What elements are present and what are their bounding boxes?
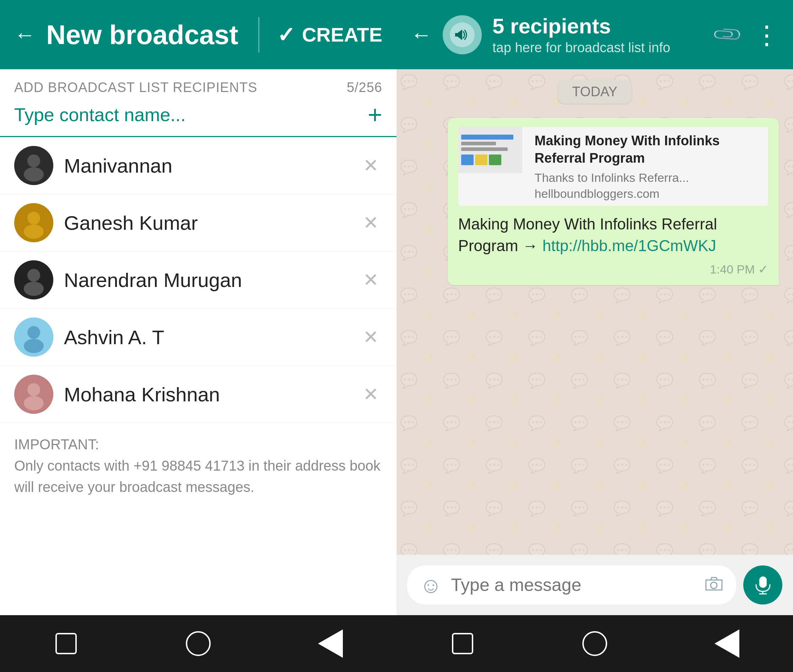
nav-back-icon[interactable] [316,629,344,658]
tap-info: tap here for broadcast list info [492,40,705,55]
input-container: ☺ [407,565,736,605]
create-button[interactable]: ✓ CREATE [277,22,382,47]
chat-back-icon[interactable]: ← [411,22,432,47]
important-label: IMPORTANT: [14,434,382,455]
preview-title: Making Money With Infolinks Referral Pro… [535,132,763,167]
emoji-icon[interactable]: ☺ [420,573,442,598]
recipients-count: 5/256 [347,80,382,95]
list-item: Narendran Murugan ✕ [0,251,396,309]
list-item: Ashvin A. T ✕ [0,309,396,366]
preview-desc: Thanks to Infolinks Referra... [535,171,763,185]
svg-point-5 [24,224,44,239]
svg-point-8 [24,282,44,296]
link-preview-card: Making Money With Infolinks Referral Pro… [458,127,768,206]
right-panel: ← 5 recipients tap here for broadcast li… [396,0,793,672]
message-check-icon: ✓ [758,262,768,276]
remove-contact-icon[interactable]: ✕ [360,151,382,180]
date-label: TODAY [558,80,631,104]
square-nav-icon-right [452,633,473,654]
nav-back-icon-right[interactable] [713,629,741,658]
nav-recent-apps-icon-right[interactable] [449,629,477,658]
message-input-bar: ☺ [396,555,793,615]
svg-rect-19 [704,576,724,592]
header-divider [258,17,260,53]
recipients-label-row: ADD BROADCAST LIST RECIPIENTS 5/256 [0,69,396,101]
left-header: ← New broadcast ✓ CREATE [0,0,396,69]
avatar [14,318,53,357]
avatar [14,260,53,299]
attachment-icon[interactable]: 📎 [711,18,744,51]
left-nav-bar [0,615,396,672]
remove-contact-icon[interactable]: ✕ [360,323,382,351]
contact-name: Manivannan [64,154,349,177]
nav-home-icon-right[interactable] [580,629,609,658]
chat-header-info[interactable]: 5 recipients tap here for broadcast list… [492,14,705,55]
message-input[interactable] [451,575,695,595]
preview-domain: hellboundbloggers.com [535,187,763,201]
svg-point-1 [27,155,40,167]
important-text: Only contacts with +91 98845 41713 in th… [14,455,382,498]
check-icon: ✓ [277,22,295,47]
preview-thumbnail [458,127,522,173]
avatar [14,203,53,242]
page-title: New broadcast [46,19,240,50]
recipients-title: 5 recipients [492,14,705,38]
list-item: Ganesh Kumar ✕ [0,194,396,251]
triangle-nav-icon [318,629,343,658]
right-header: ← 5 recipients tap here for broadcast li… [396,0,793,69]
svg-point-2 [24,167,44,181]
circle-nav-icon [186,631,211,656]
contact-name: Narendran Murugan [64,269,349,291]
triangle-nav-icon-right [715,629,739,658]
message-link[interactable]: http://hbb.me/1GCmWKJ [543,237,716,254]
create-label: CREATE [302,23,382,46]
list-item: Mohana Krishnan ✕ [0,366,396,423]
remove-contact-icon[interactable]: ✕ [360,380,382,408]
avatar [14,375,53,414]
remove-contact-icon[interactable]: ✕ [360,266,382,294]
chat-area: 💬 🌟 TODAY [396,69,793,555]
contact-name: Ashvin A. T [64,326,349,349]
contact-list: Manivannan ✕ Ganesh Kumar ✕ [0,137,396,615]
svg-point-14 [24,396,44,410]
chat-content: TODAY [411,80,779,285]
svg-point-4 [27,212,40,224]
more-options-icon[interactable]: ⋮ [754,20,779,50]
list-item: Manivannan ✕ [0,137,396,194]
header-action-icons: 📎 ⋮ [715,20,779,50]
right-nav-bar [396,615,793,672]
remove-contact-icon[interactable]: ✕ [360,208,382,237]
svg-point-10 [27,326,40,339]
nav-recent-apps-icon[interactable] [52,629,80,658]
broadcast-avatar[interactable] [443,15,482,54]
add-contact-icon[interactable]: + [368,101,382,129]
camera-icon[interactable] [704,574,724,596]
back-icon[interactable]: ← [14,22,35,47]
left-panel: ← New broadcast ✓ CREATE ADD BROADCAST L… [0,0,396,672]
contact-name: Mohana Krishnan [64,383,349,406]
svg-point-13 [27,383,40,396]
search-input[interactable] [14,104,360,125]
nav-home-icon[interactable] [184,629,213,658]
avatar [14,146,53,185]
svg-point-20 [711,582,717,589]
svg-point-11 [24,339,44,353]
svg-rect-21 [759,576,767,588]
date-badge: TODAY [411,80,779,104]
search-row: + [0,101,396,137]
preview-info: Making Money With Infolinks Referral Pro… [529,127,768,206]
mic-button[interactable] [743,565,782,605]
add-recipients-label: ADD BROADCAST LIST RECIPIENTS [14,80,257,95]
message-text: Making Money With Infolinks Referral Pro… [458,213,768,257]
important-notice: IMPORTANT: Only contacts with +91 98845 … [0,423,396,512]
message-time: 1:40 PM ✓ [458,262,768,276]
contact-name: Ganesh Kumar [64,211,349,234]
circle-nav-icon-right [582,631,607,656]
message-bubble: Making Money With Infolinks Referral Pro… [448,118,779,285]
svg-point-7 [27,269,40,282]
square-nav-icon [55,633,77,654]
